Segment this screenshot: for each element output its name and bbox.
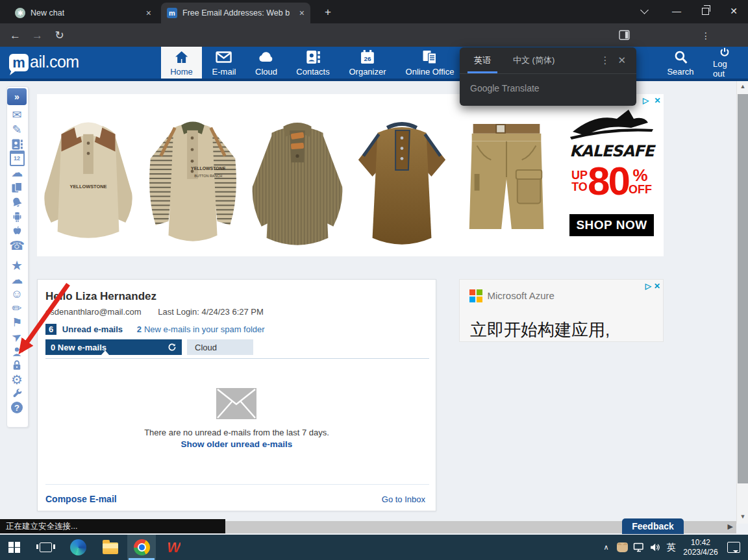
banner-ad[interactable]: ▷ ✕ YELLOWSTONE bbox=[37, 94, 664, 256]
sidebar-contacts-icon[interactable] bbox=[8, 137, 26, 151]
nav-item-organizer[interactable]: 26 Organizer bbox=[349, 47, 386, 79]
sidebar-flag-icon[interactable]: ⚑ bbox=[8, 315, 26, 330]
nav-home-active-tile[interactable]: Home bbox=[161, 47, 202, 79]
volume-icon[interactable] bbox=[647, 535, 663, 560]
nav-item-search[interactable]: Search bbox=[667, 47, 693, 79]
shop-now-button[interactable]: SHOP NOW bbox=[569, 214, 654, 236]
new-tab-button[interactable]: + bbox=[321, 5, 335, 19]
ad-close-icon[interactable]: ✕ bbox=[653, 95, 662, 105]
azure-ad[interactable]: ▷ ✕ Microsoft Azure 立即开始构建应用, bbox=[459, 279, 664, 342]
refresh-icon[interactable] bbox=[168, 343, 177, 352]
discount-text: UPTO 80 %OFF bbox=[560, 164, 664, 199]
sidebar-phone-icon[interactable]: ☎ bbox=[8, 238, 26, 252]
home-icon bbox=[174, 49, 190, 66]
sidebar-help-icon[interactable]: ? bbox=[8, 400, 26, 415]
sidebar-person-icon[interactable] bbox=[8, 345, 26, 359]
tab-close-icon[interactable]: × bbox=[146, 8, 151, 18]
back-button[interactable]: ← bbox=[6, 27, 24, 44]
sidebar-cloud2-icon[interactable]: ☁ bbox=[8, 273, 26, 287]
ad-close-icon[interactable]: ✕ bbox=[654, 282, 660, 291]
vertical-scrollbar[interactable]: ▲ ▼ bbox=[736, 81, 748, 524]
sidebar-wrench-icon[interactable] bbox=[8, 386, 26, 400]
nav-item-online-office[interactable]: Online Office bbox=[406, 47, 455, 79]
nav-item-contacts[interactable]: Contacts bbox=[296, 47, 329, 79]
sidebar-favorites-star-icon[interactable]: ★ bbox=[8, 258, 26, 273]
adchoices-icon[interactable]: ▷ bbox=[641, 95, 651, 105]
unread-emails-link[interactable]: Unread e-mails bbox=[62, 324, 123, 334]
window-close-button[interactable]: ✕ bbox=[721, 0, 747, 22]
wps-taskbar-button[interactable]: W bbox=[160, 535, 188, 560]
sidebar-apple-icon[interactable] bbox=[8, 224, 26, 238]
nav-item-email[interactable]: E-mail bbox=[212, 47, 236, 79]
sidebar-bell-icon[interactable] bbox=[8, 195, 26, 210]
edge-taskbar-button[interactable] bbox=[64, 535, 92, 560]
organizer-calendar-icon: 26 bbox=[359, 49, 375, 66]
sidebar-email-icon[interactable]: ✉ bbox=[8, 108, 26, 122]
sidebar-lock-icon[interactable] bbox=[8, 358, 26, 372]
feedback-button[interactable]: Feedback bbox=[622, 518, 684, 534]
browser-menu-icon[interactable]: ⋮ bbox=[697, 27, 715, 44]
product2-print-line2: BUTTON RANCH bbox=[194, 174, 222, 178]
reload-button[interactable]: ↻ bbox=[51, 27, 68, 44]
sidebar-android-icon[interactable] bbox=[8, 210, 26, 224]
translate-close-icon[interactable]: ✕ bbox=[615, 55, 629, 66]
adchoices-icon[interactable]: ▷ bbox=[645, 282, 651, 291]
scroll-up-arrow[interactable]: ▲ bbox=[737, 83, 748, 90]
goto-inbox-link[interactable]: Go to Inbox bbox=[382, 494, 425, 504]
kalesafe-ad-section[interactable]: KALESAFE UPTO 80 %OFF SHOP NOW bbox=[560, 94, 664, 256]
translate-source-tab[interactable]: 英语 bbox=[468, 47, 497, 73]
compose-email-link[interactable]: Compose E-mail bbox=[45, 494, 117, 504]
sidebar-cloud-icon[interactable]: ☁ bbox=[8, 165, 26, 180]
sidebar-settings-gear-icon[interactable]: ⚙ bbox=[8, 372, 26, 387]
tray-app-dog-icon[interactable] bbox=[614, 535, 630, 560]
scroll-down-arrow[interactable]: ▼ bbox=[737, 513, 748, 520]
forward-button[interactable]: → bbox=[29, 27, 46, 44]
tray-expand-chevron-icon[interactable]: ∧ bbox=[598, 535, 614, 560]
vertical-scrollbar-thumb[interactable] bbox=[738, 94, 748, 483]
mailcom-logo[interactable]: m ail.com bbox=[9, 54, 79, 71]
file-explorer-button[interactable] bbox=[96, 535, 125, 560]
product-image-tshirt-brown[interactable] bbox=[351, 96, 453, 254]
sidebar-smiley-icon[interactable]: ☺ bbox=[8, 287, 26, 301]
browser-toolbar: ← → ↻ navigator-lxa.mail.com/home?sid=a4… bbox=[0, 23, 748, 47]
tab-cloud[interactable]: Cloud bbox=[187, 339, 253, 355]
translate-options-icon[interactable]: ⋮ bbox=[595, 55, 615, 66]
tab-close-icon[interactable]: × bbox=[299, 8, 305, 18]
task-view-button[interactable] bbox=[31, 535, 60, 560]
product-image-henley-striped[interactable]: YELLOWSTONE BUTTON RANCH bbox=[142, 96, 244, 254]
product-image-corduroy-olive[interactable] bbox=[246, 96, 349, 254]
product-image-cargo-shorts[interactable] bbox=[455, 96, 558, 254]
empty-envelope-icon bbox=[216, 388, 256, 419]
tab-new-emails[interactable]: 0 New e-mails bbox=[45, 339, 182, 355]
greeting-title: Hello Liza Hernandez bbox=[45, 290, 156, 303]
tab-new-chat[interactable]: ✱ New chat × bbox=[9, 3, 157, 23]
sidebar-expand-button[interactable]: » bbox=[7, 88, 27, 105]
sidebar-compose-icon[interactable]: ✎ bbox=[8, 123, 26, 137]
show-older-link[interactable]: Show older unread e-mails bbox=[38, 439, 436, 449]
nav-item-cloud[interactable]: Cloud bbox=[255, 47, 277, 79]
scroll-right-arrow[interactable]: ▶ bbox=[728, 522, 733, 531]
start-button[interactable] bbox=[0, 535, 29, 560]
action-center-button[interactable] bbox=[722, 535, 748, 560]
spam-emails-link[interactable]: 2New e-mails in your spam folder bbox=[137, 324, 265, 334]
nav-item-home[interactable]: Home bbox=[170, 47, 193, 79]
sidebar-organizer-copy-icon[interactable] bbox=[8, 180, 26, 195]
side-panel-icon[interactable] bbox=[619, 30, 630, 40]
network-icon[interactable] bbox=[630, 535, 647, 560]
logout-power-icon bbox=[717, 47, 732, 58]
sidebar-pencil-icon[interactable]: ✏ bbox=[8, 301, 26, 315]
tab-search-chevron-icon[interactable] bbox=[631, 0, 657, 22]
product-image-pullover-cream[interactable]: YELLOWSTONE bbox=[37, 96, 140, 254]
nav-item-logout[interactable]: Log out bbox=[713, 47, 736, 79]
sidebar-calendar-icon[interactable]: 12 bbox=[8, 151, 26, 165]
account-info-line: osdenanthlaro@mail.com Last Login: 4/24/… bbox=[45, 307, 264, 317]
window-minimize-button[interactable]: — bbox=[664, 0, 690, 22]
translate-target-tab[interactable]: 中文 (简体) bbox=[506, 47, 561, 73]
search-icon bbox=[673, 49, 688, 66]
tab-mailcom[interactable]: m Free Email Addresses: Web bas × bbox=[161, 3, 310, 23]
taskbar-clock[interactable]: 10:42 2023/4/26 bbox=[679, 538, 722, 557]
input-language-indicator[interactable]: 英 bbox=[663, 535, 679, 560]
chrome-taskbar-button[interactable] bbox=[127, 535, 156, 560]
wps-icon: W bbox=[168, 539, 181, 556]
window-restore-button[interactable] bbox=[692, 0, 718, 22]
